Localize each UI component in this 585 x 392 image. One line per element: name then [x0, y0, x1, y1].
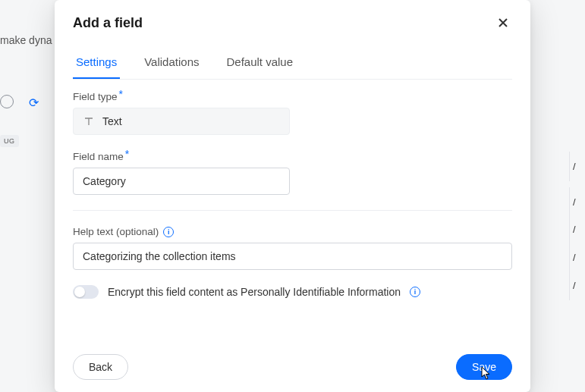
- table-cell: /: [571, 187, 585, 217]
- add-field-modal: Add a field Settings Validations Default…: [55, 0, 530, 392]
- field-name-input[interactable]: [73, 168, 290, 195]
- field-type-label: Field type*: [73, 90, 512, 102]
- bg-badge: UG: [0, 135, 19, 147]
- modal-header: Add a field: [55, 0, 530, 42]
- text-type-icon: [83, 115, 95, 127]
- required-asterisk: *: [125, 148, 129, 160]
- field-name-label: Field name*: [73, 150, 512, 162]
- help-text-input[interactable]: [73, 243, 512, 270]
- required-asterisk: *: [119, 88, 123, 100]
- modal-tabs: Settings Validations Default value: [55, 42, 530, 79]
- save-button[interactable]: Save: [456, 354, 512, 380]
- modal-footer: Back Save: [55, 343, 530, 392]
- label-text: Help text (optional): [73, 226, 159, 237]
- bg-dropdown-icon: [0, 95, 14, 108]
- field-type-selector[interactable]: Text: [73, 108, 290, 135]
- encrypt-row: Encrypt this field content as Personally…: [73, 285, 512, 299]
- info-icon[interactable]: i: [410, 287, 420, 297]
- label-text: Field name: [73, 151, 124, 162]
- modal-body: Field type* Text Field name* Help text (…: [55, 80, 530, 343]
- divider: [73, 210, 512, 211]
- encrypt-label: Encrypt this field content as Personally…: [108, 286, 401, 298]
- modal-title: Add a field: [73, 15, 143, 31]
- table-cell: /: [571, 215, 585, 244]
- encrypt-toggle[interactable]: [73, 285, 99, 299]
- field-type-value: Text: [102, 115, 122, 127]
- tab-default-value[interactable]: Default value: [223, 48, 296, 79]
- close-button[interactable]: [494, 15, 512, 34]
- field-name-group: Field name*: [73, 150, 512, 195]
- table-cell: /: [571, 152, 585, 181]
- bg-text-fragment: make dyna: [0, 34, 52, 46]
- back-button[interactable]: Back: [73, 354, 128, 380]
- info-icon[interactable]: i: [163, 227, 174, 237]
- table-cell: /: [571, 243, 585, 272]
- label-text: Field type: [73, 91, 118, 102]
- tab-validations[interactable]: Validations: [141, 48, 202, 79]
- refresh-icon: ⟳: [29, 96, 39, 110]
- close-icon: [497, 17, 509, 32]
- help-text-group: Help text (optional) i: [73, 226, 512, 270]
- table-cell: /: [571, 271, 585, 300]
- field-type-group: Field type* Text: [73, 90, 512, 135]
- tab-settings[interactable]: Settings: [73, 48, 120, 79]
- help-text-label: Help text (optional) i: [73, 226, 512, 237]
